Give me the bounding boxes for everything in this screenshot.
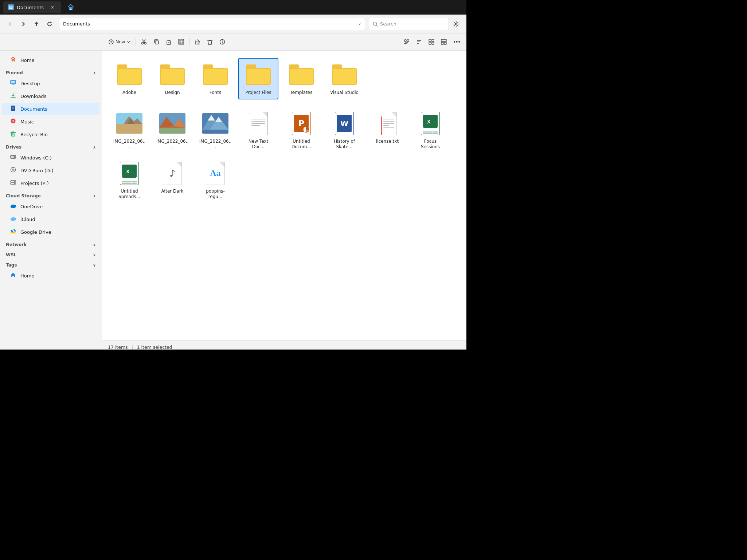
file-item-adobe[interactable]: Adobe bbox=[109, 58, 149, 99]
sort-direction-icon bbox=[416, 39, 422, 45]
sidebar-item-recycle-bin[interactable]: Recycle Bin 📌 bbox=[2, 128, 99, 141]
back-button[interactable] bbox=[4, 18, 16, 30]
sidebar-item-home[interactable]: Home bbox=[2, 54, 99, 66]
icloud-icon bbox=[9, 216, 17, 223]
info-button[interactable] bbox=[216, 36, 228, 48]
file-item-fonts[interactable]: Fonts bbox=[195, 58, 235, 99]
file-item-focus[interactable]: X Fo bbox=[410, 107, 450, 154]
sidebar-section-network[interactable]: Network ∨ bbox=[0, 238, 102, 249]
view-gallery-button[interactable] bbox=[426, 36, 437, 48]
svg-rect-37 bbox=[432, 42, 434, 44]
svg-rect-34 bbox=[429, 39, 431, 42]
svg-point-8 bbox=[455, 23, 457, 25]
new-label: New bbox=[116, 39, 125, 44]
address-bar[interactable]: Documents ∨ bbox=[59, 18, 365, 30]
file-item-design[interactable]: Design bbox=[152, 58, 192, 99]
desktop-icon bbox=[9, 80, 17, 87]
sidebar-item-icloud[interactable]: iCloud bbox=[2, 213, 99, 225]
delete-button[interactable] bbox=[204, 36, 216, 48]
tab-close-button[interactable]: × bbox=[49, 4, 56, 11]
txt-icon-txt1 bbox=[245, 110, 271, 137]
sidebar-section-cloud[interactable]: Cloud Storage ∧ bbox=[0, 190, 102, 200]
file-item-ppt1[interactable]: P Untitled Docum... bbox=[281, 107, 321, 154]
folder-icon-design bbox=[159, 62, 185, 88]
file-item-font1[interactable]: Aa poppins-regu... bbox=[195, 157, 235, 204]
home-icon bbox=[9, 56, 17, 64]
delete-icon bbox=[207, 39, 213, 45]
sidebar-music-label: Music bbox=[20, 119, 85, 125]
svg-rect-42 bbox=[13, 60, 14, 62]
sidebar-item-downloads[interactable]: Downloads 📌 bbox=[2, 90, 99, 102]
paste-button[interactable] bbox=[163, 36, 175, 48]
cloud-chevron-icon: ∧ bbox=[93, 194, 96, 198]
search-bar[interactable]: Search bbox=[369, 18, 449, 30]
tab-documents[interactable]: Documents × bbox=[3, 1, 61, 13]
refresh-button[interactable] bbox=[44, 18, 55, 30]
address-chevron-icon: ∨ bbox=[358, 21, 361, 26]
forward-button[interactable] bbox=[17, 18, 29, 30]
sidebar-item-tags-home[interactable]: Home bbox=[2, 269, 99, 282]
svg-rect-35 bbox=[432, 39, 434, 42]
new-button[interactable]: New bbox=[106, 36, 133, 48]
tab-label: Documents bbox=[17, 5, 44, 10]
sidebar-item-documents[interactable]: Documents 📌 bbox=[2, 103, 99, 115]
sidebar-item-p-drive[interactable]: Projects (P:) bbox=[2, 177, 99, 189]
svg-rect-59 bbox=[11, 156, 13, 158]
share-button[interactable] bbox=[192, 36, 203, 48]
file-label-spreadsheet: Untitled Spreads... bbox=[113, 189, 146, 200]
sidebar-home-label: Home bbox=[20, 58, 94, 63]
file-item-img2[interactable]: IMG_2022_06... bbox=[152, 107, 192, 154]
sidebar-section-pinned[interactable]: Pinned ∧ bbox=[0, 67, 102, 77]
home-icon[interactable] bbox=[64, 1, 77, 14]
sidebar-item-google-drive[interactable]: Google Drive bbox=[2, 226, 99, 238]
copy-icon bbox=[153, 39, 159, 45]
file-label-ppt1: Untitled Docum... bbox=[285, 139, 318, 150]
cloud-label: Cloud Storage bbox=[6, 193, 41, 198]
sidebar-item-c-drive[interactable]: Windows (C:) bbox=[2, 151, 99, 164]
new-icon bbox=[109, 39, 114, 44]
sidebar-section-wsl[interactable]: WSL ∨ bbox=[0, 249, 102, 259]
cut-button[interactable] bbox=[138, 36, 150, 48]
rename-button[interactable] bbox=[175, 36, 187, 48]
network-label: Network bbox=[6, 242, 27, 247]
svg-point-65 bbox=[14, 181, 15, 182]
file-item-txt1[interactable]: New Text Doc... bbox=[238, 107, 278, 154]
folder-grid: Adobe Design bbox=[109, 58, 459, 99]
file-label-img2: IMG_2022_06... bbox=[156, 139, 189, 150]
view-gallery-icon bbox=[429, 39, 434, 45]
svg-rect-44 bbox=[11, 80, 16, 84]
view-layout-button[interactable] bbox=[438, 36, 450, 48]
sidebar-section-drives[interactable]: Drives ∧ bbox=[0, 141, 102, 151]
downloads-icon bbox=[9, 92, 17, 100]
file-item-img1[interactable]: IMG_2022_06... bbox=[109, 107, 149, 154]
file-item-project-files[interactable]: Project Files bbox=[238, 58, 278, 99]
file-item-visual-studio[interactable]: Visual Studio bbox=[324, 58, 364, 99]
file-item-img3[interactable]: IMG_2022_06... bbox=[195, 107, 235, 154]
more-options-button[interactable]: ••• bbox=[450, 36, 464, 48]
drives-label: Drives bbox=[6, 145, 21, 150]
sidebar-item-onedrive[interactable]: OneDrive bbox=[2, 200, 99, 213]
svg-rect-38 bbox=[441, 39, 446, 42]
settings-button[interactable] bbox=[450, 18, 462, 30]
excel-icon-focus: X bbox=[417, 110, 443, 137]
file-grid: IMG_2022_06... IMG_2022_06... bbox=[109, 107, 459, 204]
file-item-templates[interactable]: Templates bbox=[281, 58, 321, 99]
svg-rect-18 bbox=[179, 39, 184, 44]
sort-options-button[interactable] bbox=[401, 36, 412, 48]
file-label-adobe: Adobe bbox=[122, 90, 136, 96]
file-item-license[interactable]: license.txt bbox=[367, 107, 407, 154]
sidebar-item-desktop[interactable]: Desktop 📌 bbox=[2, 77, 99, 90]
sidebar-google-drive-label: Google Drive bbox=[20, 229, 94, 235]
up-button[interactable] bbox=[31, 18, 42, 30]
file-item-word1[interactable]: W History of Skate... bbox=[324, 107, 364, 154]
sidebar-item-music[interactable]: Music 📌 bbox=[2, 115, 99, 128]
img-icon-img2 bbox=[159, 110, 185, 137]
copy-button[interactable] bbox=[150, 36, 162, 48]
sidebar-section-tags[interactable]: Tags ∨ bbox=[0, 259, 102, 269]
excel-icon-spreadsheet: X bbox=[116, 160, 142, 186]
sort-direction-button[interactable] bbox=[413, 36, 425, 48]
file-item-music1[interactable]: ♪ After Dark bbox=[152, 157, 192, 204]
wsl-chevron-icon: ∨ bbox=[93, 253, 96, 257]
sidebar-item-d-drive[interactable]: DVD Rom (D:) bbox=[2, 164, 99, 177]
file-item-spreadsheet[interactable]: X Untitled Spreads. bbox=[109, 157, 149, 204]
